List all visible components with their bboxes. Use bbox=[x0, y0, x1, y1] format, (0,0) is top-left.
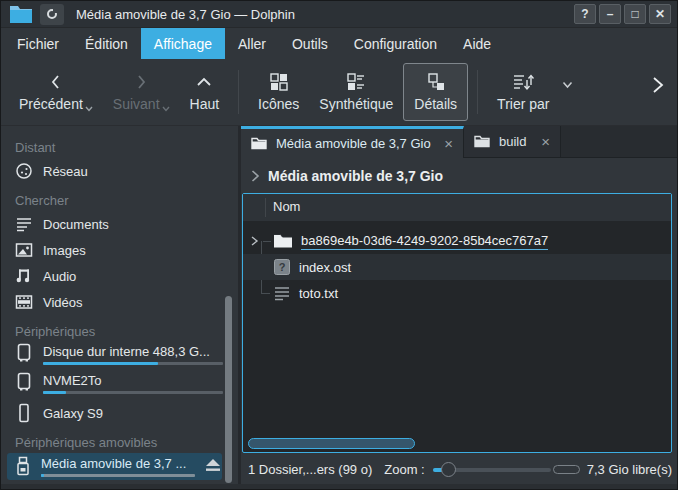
close-button[interactable]: ✕ bbox=[649, 4, 671, 24]
free-space-capacity-bar bbox=[553, 465, 580, 474]
chevron-right-icon bbox=[131, 72, 151, 92]
sort-dropdown-caret-icon[interactable] bbox=[562, 81, 573, 89]
dropdown-caret-icon bbox=[162, 106, 170, 112]
tab-label: build bbox=[499, 134, 526, 149]
sidebar-scrollbar[interactable] bbox=[225, 296, 232, 483]
zoom-label: Zoom : bbox=[384, 462, 424, 477]
sort-icon bbox=[512, 72, 534, 92]
sidebar-item-label: Média amovible de 3,7 ... bbox=[41, 455, 195, 472]
tab-close-icon[interactable]: × bbox=[444, 136, 453, 151]
tab-build[interactable]: build × bbox=[464, 126, 561, 157]
folder-icon bbox=[251, 137, 267, 150]
sidebar-item-nvme2to[interactable]: NVME2To bbox=[1, 371, 238, 400]
menu-affichage[interactable]: Affichage bbox=[141, 28, 225, 59]
sidebar-item-videos[interactable]: Vidéos bbox=[1, 289, 238, 315]
toolbar: Précédent Suivant Haut Icônes Synthétiqu… bbox=[1, 59, 677, 126]
icons-view-label: Icônes bbox=[258, 96, 299, 112]
tab-label: Média amovible de 3,7 Gio bbox=[276, 136, 431, 151]
videos-icon bbox=[15, 293, 33, 311]
back-label: Précédent bbox=[19, 96, 83, 112]
folder-icon bbox=[474, 135, 490, 148]
sort-by-button[interactable]: Trier par bbox=[487, 63, 559, 121]
chevron-up-icon bbox=[194, 72, 214, 92]
minimize-button[interactable]: – bbox=[599, 4, 621, 24]
menu-fichier[interactable]: Fichier bbox=[4, 28, 72, 59]
items-summary: 1 Dossier,...ers (99 o) bbox=[248, 462, 372, 477]
audio-icon bbox=[15, 267, 33, 285]
unknown-file-icon: ? bbox=[273, 258, 291, 276]
toolbar-overflow-chevron-icon[interactable] bbox=[651, 76, 664, 94]
file-row-folder[interactable]: ba869e4b-03d6-4249-9202-85b4cec767a7 bbox=[243, 228, 671, 254]
sidebar-item-label: NVME2To bbox=[43, 372, 225, 389]
section-header-distant: Distant bbox=[1, 138, 238, 158]
sidebar-item-label: Vidéos bbox=[43, 295, 83, 310]
disk-usage-bar bbox=[43, 391, 223, 394]
sidebar-item-media-amovible[interactable]: Média amovible de 3,7 ... bbox=[7, 453, 222, 480]
network-icon bbox=[15, 162, 33, 180]
breadcrumb[interactable]: Média amovible de 3,7 Gio bbox=[241, 158, 678, 193]
menubar: Fichier Édition Affichage Aller Outils C… bbox=[1, 28, 677, 59]
compact-view-icon bbox=[346, 72, 366, 92]
folder-view: Nom ba869e4b-03d6-4249-9202-85b4cec767a7… bbox=[242, 193, 672, 453]
sidebar-item-reseau[interactable]: Réseau bbox=[1, 158, 238, 184]
file-row-toto-txt[interactable]: toto.txt bbox=[243, 280, 671, 306]
file-name[interactable]: ba869e4b-03d6-4249-9202-85b4cec767a7 bbox=[301, 233, 548, 250]
sidebar-item-disque-dur-interne[interactable]: Disque dur interne 488,3 G... bbox=[1, 342, 238, 371]
file-row-index-ost[interactable]: ? index.ost bbox=[243, 254, 671, 280]
breadcrumb-chevron-icon bbox=[250, 169, 260, 183]
toolbar-separator bbox=[477, 70, 478, 114]
file-name[interactable]: toto.txt bbox=[299, 286, 338, 301]
status-bar: 1 Dossier,...ers (99 o) Zoom : 7,3 Gio l… bbox=[241, 453, 678, 486]
disk-usage-bar bbox=[43, 362, 223, 365]
maximize-button[interactable]: □ bbox=[624, 4, 646, 24]
column-header-bar[interactable]: Nom bbox=[243, 194, 671, 221]
main-area: Média amovible de 3,7 Gio × build × Médi… bbox=[241, 126, 678, 484]
details-view-button[interactable]: Détails bbox=[403, 63, 468, 121]
menu-aide[interactable]: Aide bbox=[450, 28, 504, 59]
help-button[interactable]: ? bbox=[574, 4, 596, 24]
menu-edition[interactable]: Édition bbox=[72, 28, 141, 59]
window-menu-button[interactable] bbox=[40, 4, 64, 25]
zoom-slider[interactable] bbox=[433, 460, 551, 480]
icons-view-button[interactable]: Icônes bbox=[248, 63, 309, 121]
sidebar-item-documents[interactable]: Documents bbox=[1, 211, 238, 237]
toolbar-separator bbox=[238, 70, 239, 114]
zoom-slider-thumb[interactable] bbox=[441, 462, 456, 477]
sidebar-item-audio[interactable]: Audio bbox=[1, 263, 238, 289]
tab-close-icon[interactable]: × bbox=[541, 134, 550, 149]
places-panel: Distant Réseau Chercher Documents Images bbox=[1, 126, 238, 484]
details-view-icon bbox=[426, 72, 446, 92]
free-space-label: 7,3 Gio libre(s) bbox=[587, 462, 672, 477]
up-button[interactable]: Haut bbox=[180, 63, 230, 121]
breadcrumb-location[interactable]: Média amovible de 3,7 Gio bbox=[268, 168, 443, 184]
column-gutter-line bbox=[265, 198, 266, 217]
back-button[interactable]: Précédent bbox=[9, 63, 103, 121]
phone-icon bbox=[15, 403, 33, 423]
hdd-icon bbox=[15, 372, 33, 392]
details-view-label: Détails bbox=[414, 96, 457, 112]
svg-text:?: ? bbox=[279, 261, 286, 273]
dolphin-folder-icon bbox=[9, 5, 33, 24]
disk-usage-bar bbox=[41, 474, 195, 477]
menu-aller[interactable]: Aller bbox=[225, 28, 279, 59]
up-label: Haut bbox=[190, 96, 220, 112]
tab-media-amovible[interactable]: Média amovible de 3,7 Gio × bbox=[241, 126, 464, 158]
sidebar-item-galaxy-s9[interactable]: Galaxy S9 bbox=[1, 400, 238, 426]
horizontal-scrollbar[interactable] bbox=[248, 438, 415, 449]
dropdown-caret-icon bbox=[85, 106, 93, 112]
text-file-icon bbox=[273, 284, 291, 302]
sidebar-item-images[interactable]: Images bbox=[1, 237, 238, 263]
section-header-peripheriques: Périphériques bbox=[1, 322, 238, 342]
tab-bar: Média amovible de 3,7 Gio × build × bbox=[241, 126, 678, 158]
menu-outils[interactable]: Outils bbox=[279, 28, 341, 59]
menu-configuration[interactable]: Configuration bbox=[341, 28, 450, 59]
chevron-left-icon bbox=[46, 72, 66, 92]
expander-chevron-icon[interactable] bbox=[250, 235, 259, 247]
forward-label: Suivant bbox=[113, 96, 160, 112]
forward-button[interactable]: Suivant bbox=[103, 63, 180, 121]
sidebar-item-label: Images bbox=[43, 243, 86, 258]
file-name[interactable]: index.ost bbox=[299, 260, 351, 275]
window-title: Média amovible de 3,7 Gio — Dolphin bbox=[76, 7, 295, 22]
eject-button[interactable] bbox=[205, 458, 221, 472]
compact-view-button[interactable]: Synthétique bbox=[309, 63, 403, 121]
